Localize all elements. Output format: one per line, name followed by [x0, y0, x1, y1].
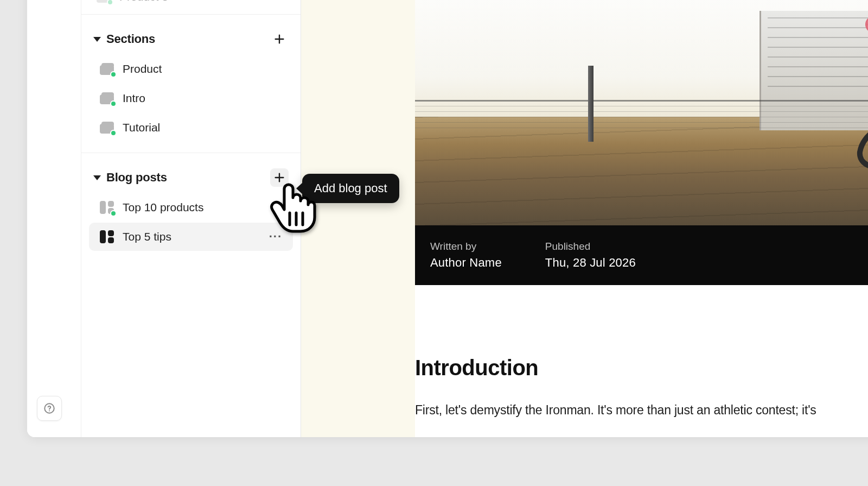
- meta-published-value: Thu, 28 Jul 2026: [545, 256, 636, 270]
- page-icon: [97, 0, 111, 3]
- app-window: Product 3 Sections Product: [27, 0, 868, 437]
- sidebar-item-section[interactable]: Tutorial: [89, 113, 293, 142]
- meta-author: Written by Author Name: [430, 241, 502, 270]
- chevron-down-icon: [93, 175, 101, 180]
- meta-published-label: Published: [545, 241, 636, 253]
- sidebar-group-blog-posts: Blog posts Top 10 products: [81, 153, 301, 262]
- group-header-blog-posts[interactable]: Blog posts: [86, 163, 296, 192]
- help-icon: [43, 402, 55, 414]
- page-preview: Written by Author Name Published Thu, 28…: [415, 0, 868, 437]
- sidebar-item-blog-post[interactable]: Top 5 tips ···: [89, 223, 293, 251]
- left-spacer-column: [27, 0, 81, 437]
- help-button[interactable]: [37, 396, 62, 421]
- blog-post-icon: [100, 230, 114, 243]
- sidebar-item-label: Product: [123, 62, 282, 75]
- meta-author-value: Author Name: [430, 256, 502, 270]
- sidebar-item-label: Top 10 products: [123, 201, 282, 214]
- sidebar-group-sections: Sections Product Intro Tutorial: [81, 15, 301, 153]
- sidebar-item-section[interactable]: Product: [89, 55, 293, 83]
- sidebar-item-section[interactable]: Intro: [89, 84, 293, 112]
- sidebar-item-blog-post[interactable]: Top 10 products: [89, 193, 293, 222]
- post-meta-bar: Written by Author Name Published Thu, 28…: [415, 225, 868, 285]
- sidebar-item-label: Tutorial: [123, 121, 282, 134]
- page-icon: [100, 122, 114, 134]
- hero-image[interactable]: [415, 0, 868, 225]
- article-heading: Introduction: [415, 356, 868, 380]
- item-more-button[interactable]: ···: [269, 235, 282, 239]
- plus-icon: [273, 33, 285, 45]
- meta-published: Published Thu, 28 Jul 2026: [545, 241, 636, 270]
- chevron-down-icon: [93, 37, 101, 42]
- rope-graphic: [841, 114, 868, 179]
- canvas-gutter: [301, 0, 415, 437]
- plus-icon: [273, 172, 285, 184]
- page-icon: [100, 63, 114, 75]
- sidebar-item-truncated[interactable]: Product 3: [81, 0, 301, 15]
- group-title: Blog posts: [106, 171, 167, 185]
- article-paragraph: First, let's demystify the Ironman. It's…: [415, 401, 868, 420]
- tooltip-add-blog-post: Add blog post: [302, 174, 399, 203]
- sidebar-item-label: Intro: [123, 92, 282, 105]
- sidebar-panel: Product 3 Sections Product: [81, 0, 301, 437]
- add-section-button[interactable]: [270, 30, 289, 48]
- hero-block: Written by Author Name Published Thu, 28…: [415, 0, 868, 285]
- article-body: Introduction First, let's demystify the …: [415, 285, 868, 437]
- group-header-sections[interactable]: Sections: [86, 24, 296, 54]
- add-blog-post-button[interactable]: [270, 168, 289, 187]
- blog-post-icon: [100, 201, 114, 214]
- meta-written-by-label: Written by: [430, 241, 502, 253]
- svg-point-1: [49, 411, 50, 412]
- group-title: Sections: [106, 32, 155, 46]
- sidebar-item-label: Top 5 tips: [123, 230, 260, 243]
- sidebar-item-label: Product 3: [119, 0, 168, 3]
- page-icon: [100, 92, 114, 104]
